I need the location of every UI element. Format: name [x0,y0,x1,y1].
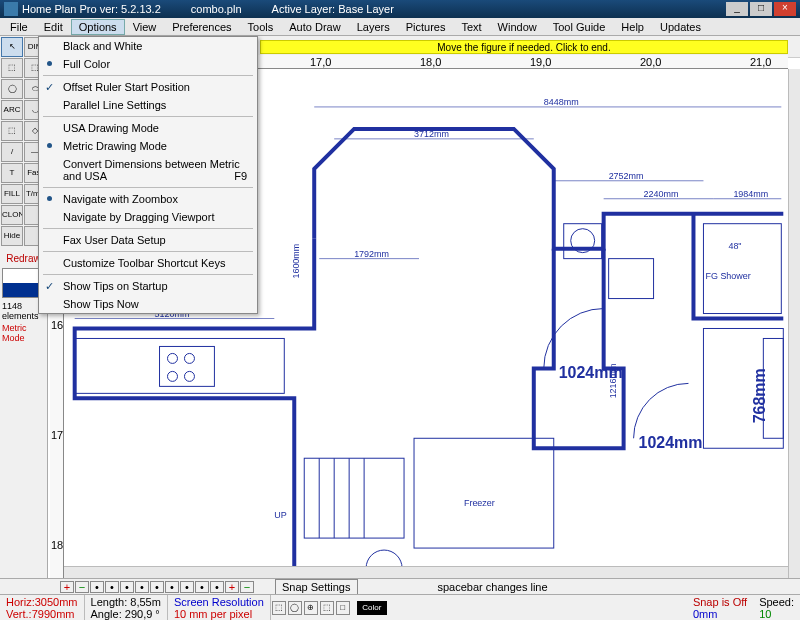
svg-point-23 [168,371,178,381]
zoom-tool-icon[interactable]: ◯ [288,601,302,615]
svg-point-22 [184,353,194,363]
menu-item-fax-user-data-setup[interactable]: Fax User Data Setup [39,231,257,249]
menu-layers[interactable]: Layers [349,19,398,35]
status-resolution: Screen Resolution [174,596,264,608]
spacebar-hint: spacebar changes line [438,581,548,593]
status-angle: Angle: 290,9 ° [91,608,161,620]
menu-preferences[interactable]: Preferences [164,19,239,35]
drawing-mode: Metric Mode [0,322,47,344]
menu-item-full-color[interactable]: Full Color [39,55,257,73]
menu-item-parallel-line-settings[interactable]: Parallel Line Settings [39,96,257,114]
svg-rect-16 [703,224,781,314]
bottom-toolbar: +− ••••••••• +− Snap Settings spacebar c… [0,578,800,594]
svg-text:48": 48" [728,241,741,251]
menu-help[interactable]: Help [613,19,652,35]
tool-button[interactable]: FILL [1,184,23,204]
svg-text:2240mm: 2240mm [644,189,679,199]
tool-button[interactable]: ARC [1,100,23,120]
menu-item-show-tips-on-startup[interactable]: ✓Show Tips on Startup [39,277,257,295]
svg-text:FG Shower: FG Shower [705,271,750,281]
menu-text[interactable]: Text [453,19,489,35]
speed-label: Speed: [759,596,794,608]
close-button[interactable]: × [774,2,796,16]
menu-tools[interactable]: Tools [240,19,282,35]
scrollbar-vertical[interactable] [788,69,800,578]
color-button[interactable]: Color [357,601,387,615]
menu-view[interactable]: View [125,19,165,35]
menu-item-navigate-with-zoombox[interactable]: Navigate with Zoombox [39,190,257,208]
menu-file[interactable]: File [2,19,36,35]
status-horiz: Horiz:3050mm [6,596,78,608]
svg-point-24 [184,371,194,381]
svg-text:1984mm: 1984mm [733,189,768,199]
menu-window[interactable]: Window [490,19,545,35]
svg-text:1600mm: 1600mm [291,244,301,279]
snap-status: Snap is Off [693,596,747,608]
svg-rect-41 [703,328,783,448]
hint-bar: Move the figure if needed. Click to end. [260,40,788,54]
tool-button[interactable]: T [1,163,23,183]
zoom-tool-icon[interactable]: ⬚ [272,601,286,615]
svg-text:2752mm: 2752mm [609,171,644,181]
svg-text:1792mm: 1792mm [354,249,389,259]
tool-button[interactable]: ↖ [1,37,23,57]
title-bar: Home Plan Pro ver: 5.2.13.2 combo.pln Ac… [0,0,800,18]
zoom-tool-icon[interactable]: □ [336,601,350,615]
status-resolution-value: 10 mm per pixel [174,608,264,620]
tool-button[interactable]: ◯ [1,79,23,99]
menu-item-offset-ruler-start-position[interactable]: ✓Offset Ruler Start Position [39,78,257,96]
menu-item-show-tips-now[interactable]: Show Tips Now [39,295,257,313]
speed-value: 10 [759,608,771,620]
maximize-button[interactable]: □ [750,2,772,16]
options-menu-dropdown: Black and WhiteFull Color✓Offset Ruler S… [38,36,258,314]
svg-text:8448mm: 8448mm [544,97,579,107]
zoom-buttons[interactable]: +− ••••••••• +− [60,581,255,593]
menu-item-black-and-white[interactable]: Black and White [39,37,257,55]
app-icon [4,2,18,16]
menu-item-navigate-by-dragging-viewport[interactable]: Navigate by Dragging Viewport [39,208,257,226]
svg-text:1024mm: 1024mm [639,434,703,451]
tool-button[interactable]: CLONE [1,205,23,225]
menu-pictures[interactable]: Pictures [398,19,454,35]
menu-item-metric-drawing-mode[interactable]: Metric Drawing Mode [39,137,257,155]
menu-updates[interactable]: Updates [652,19,709,35]
menu-tool-guide[interactable]: Tool Guide [545,19,614,35]
menu-options[interactable]: Options [71,19,125,35]
snap-settings-button[interactable]: Snap Settings [275,579,358,595]
status-bar: Horiz:3050mm Vert.:7990mm Length: 8,55m … [0,594,800,620]
tool-button[interactable]: ⬚ [1,121,23,141]
svg-rect-27 [609,259,654,299]
filename: combo.pln [191,3,242,15]
scrollbar-horizontal[interactable] [64,566,788,578]
menu-edit[interactable]: Edit [36,19,71,35]
menu-item-convert-dimensions-between-metric-and-usa[interactable]: Convert Dimensions between Metric and US… [39,155,257,185]
menu-item-usa-drawing-mode[interactable]: USA Drawing Mode [39,119,257,137]
svg-text:UP: UP [274,510,286,520]
svg-text:1024mm: 1024mm [559,364,623,381]
zoom-tool-icon[interactable]: ⬚ [320,601,334,615]
svg-point-21 [168,353,178,363]
active-layer: Active Layer: Base Layer [272,3,394,15]
svg-rect-31 [414,438,554,548]
status-vert: Vert.:7990mm [6,608,78,620]
status-length: Length: 8,55m [91,596,161,608]
svg-text:768mm: 768mm [751,368,768,423]
tool-button[interactable]: Hide [1,226,23,246]
zoom-tool-icon[interactable]: ⊕ [304,601,318,615]
menu-item-customize-toolbar-shortcut-keys[interactable]: Customize Toolbar Shortcut Keys [39,254,257,272]
tool-button[interactable]: ⬚ [1,58,23,78]
menu-bar: FileEditOptionsViewPreferencesToolsAuto … [0,18,800,36]
snap-value: 0mm [693,608,717,620]
svg-text:Freezer: Freezer [464,498,495,508]
menu-auto-draw[interactable]: Auto Draw [281,19,348,35]
minimize-button[interactable]: _ [726,2,748,16]
tool-button[interactable]: / [1,142,23,162]
app-title: Home Plan Pro ver: 5.2.13.2 [22,3,161,15]
